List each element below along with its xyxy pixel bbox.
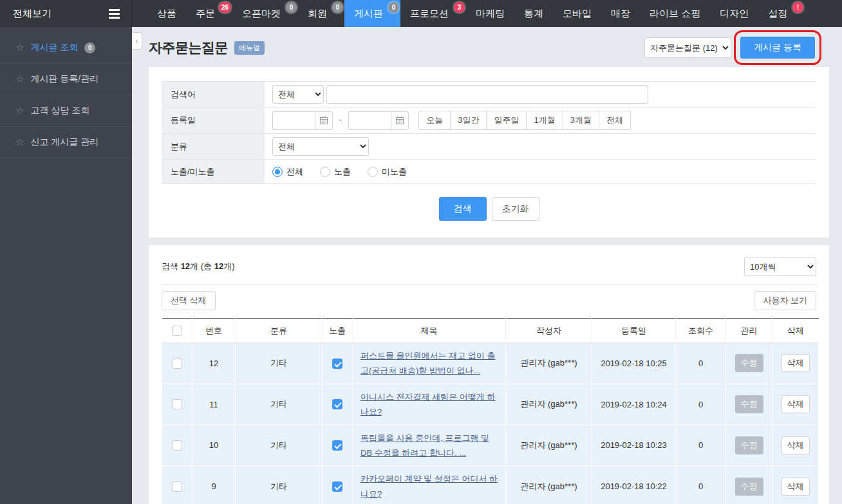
post-title-link[interactable]: 독립몰을 사용 중인데, 프로그램 및 DB 수정을 하려고 합니다. ... (360, 433, 489, 458)
nav-item-label: 오픈마켓 (242, 8, 281, 20)
nav-item-6[interactable]: 마케팅 (466, 0, 514, 27)
nav-item-label: 상품 (157, 8, 176, 20)
nav-item-label: 디자인 (720, 8, 749, 20)
edit-button[interactable]: 수정 (735, 354, 763, 372)
search-actions: 검색 초기화 (162, 197, 816, 221)
sidebar-item-1[interactable]: ☆게시판 등록/관리 (0, 64, 132, 95)
keyword-input[interactable] (326, 85, 648, 104)
sidebar-title: 전체보기 (13, 8, 51, 20)
nav-badge: 0 (332, 2, 343, 13)
date-quick-button-5[interactable]: 전체 (599, 111, 631, 130)
category-select[interactable]: 전체 (272, 137, 369, 156)
column-header-7: 관리 (726, 319, 772, 343)
radio-label: 전체 (286, 166, 303, 178)
date-to-calendar-button[interactable] (391, 111, 409, 130)
board-select[interactable]: 자주묻는질문 (12) (644, 37, 731, 58)
radio-button[interactable] (320, 167, 330, 177)
row-visibility-cell (323, 466, 353, 504)
row-checkbox[interactable] (172, 440, 182, 451)
register-post-button[interactable]: 게시글 등록 (740, 37, 815, 59)
date-range-separator: - (339, 115, 342, 124)
post-title-link[interactable]: 이니시스 전자결제 세팅은 어떻게 하나요? (360, 392, 495, 416)
date-quick-button-2[interactable]: 일주일 (486, 111, 527, 130)
nav-item-7[interactable]: 통계 (514, 0, 553, 27)
sidebar-item-0[interactable]: ☆게시글 조회0 (0, 32, 132, 64)
delete-selected-button[interactable]: 선택 삭제 (162, 291, 216, 310)
visibility-option-2[interactable]: 미노출 (368, 166, 407, 178)
visibility-label: 노출/미노출 (162, 160, 265, 184)
nav-item-3[interactable]: 회원0 (298, 0, 344, 27)
date-from-calendar-button[interactable] (315, 111, 333, 130)
row-checkbox[interactable] (172, 399, 182, 409)
row-select-cell (162, 343, 192, 384)
edit-button[interactable]: 수정 (735, 478, 763, 496)
nav-item-label: 마케팅 (476, 8, 505, 20)
nav-item-12[interactable]: 설정! (758, 0, 805, 27)
row-author-cell: 관리자 (gab***) (506, 384, 592, 425)
delete-button[interactable]: 삭제 (781, 354, 810, 372)
sidebar-item-2[interactable]: ☆고객 상담 조회 (0, 95, 132, 127)
row-checkbox[interactable] (172, 481, 182, 492)
row-title-cell: 이니시스 전자결제 세팅은 어떻게 하나요? (353, 384, 506, 425)
nav-item-5[interactable]: 프로모션3 (400, 0, 466, 27)
nav-item-0[interactable]: 상품 (147, 0, 186, 27)
date-to-input[interactable] (348, 111, 391, 130)
sidebar-item-3[interactable]: ☆신고 게시글 관리 (0, 127, 132, 158)
top-navigation: 전체보기 상품주문26오픈마켓0회원0게시판0프로모션3마케팅통계모바일매장라이… (0, 0, 842, 27)
results-toolbar: 선택 삭제 사용자 보기 (162, 284, 816, 317)
nav-item-1[interactable]: 주문26 (186, 0, 232, 27)
sidebar-item-label: 신고 게시글 관리 (30, 136, 98, 148)
select-all-checkbox[interactable] (172, 326, 182, 336)
keyword-type-select[interactable]: 전체 (272, 85, 324, 104)
visibility-checkbox[interactable] (332, 440, 342, 451)
date-quick-button-4[interactable]: 3개월 (563, 111, 599, 130)
search-button[interactable]: 검색 (439, 197, 487, 221)
column-header-6: 조회수 (676, 319, 726, 343)
hamburger-menu-icon[interactable] (108, 6, 121, 21)
search-keyword-row: 검색어 전체 (162, 82, 816, 107)
post-title-link[interactable]: 카카오페이 계약 및 설정은 어디서 하나요? (360, 474, 498, 498)
nav-item-8[interactable]: 모바일 (553, 0, 601, 27)
nav-item-4[interactable]: 게시판0 (344, 0, 400, 27)
visibility-checkbox[interactable] (332, 359, 342, 369)
row-checkbox[interactable] (172, 359, 182, 369)
star-icon: ☆ (15, 42, 24, 53)
delete-button[interactable]: 삭제 (781, 395, 810, 413)
date-quick-button-1[interactable]: 3일간 (450, 111, 487, 130)
date-quick-button-0[interactable]: 오늘 (418, 111, 451, 130)
nav-item-label: 게시판 (354, 8, 383, 20)
manual-badge[interactable]: 메뉴얼 (234, 41, 265, 55)
date-to-group (348, 111, 409, 130)
row-category-cell: 기타 (236, 384, 323, 425)
date-quick-button-3[interactable]: 1개월 (526, 111, 563, 130)
nav-item-label: 통계 (524, 8, 543, 20)
nav-badge: 3 (454, 2, 465, 13)
sidebar-header: 전체보기 (0, 0, 132, 27)
nav-item-11[interactable]: 디자인 (710, 0, 758, 27)
delete-button[interactable]: 삭제 (781, 478, 810, 496)
results-panel: 검색 12개 (총 12개) 10개씩 선택 삭제 사용자 보기 번호분류노출제… (149, 245, 829, 504)
nav-item-2[interactable]: 오픈마켓0 (232, 0, 298, 27)
row-author-cell: 관리자 (gab***) (506, 466, 592, 504)
nav-item-10[interactable]: 라이브 쇼핑 (640, 0, 710, 27)
visibility-checkbox[interactable] (332, 481, 342, 492)
visibility-option-0[interactable]: 전체 (272, 166, 303, 178)
visibility-checkbox[interactable] (332, 399, 342, 409)
delete-button[interactable]: 삭제 (781, 436, 810, 454)
radio-button[interactable] (368, 167, 378, 177)
search-form: 검색어 전체 등록일 (162, 81, 816, 184)
visibility-option-1[interactable]: 노출 (320, 166, 351, 178)
sidebar-collapse-button[interactable]: ‹ (132, 32, 142, 50)
star-icon: ☆ (15, 73, 24, 85)
nav-item-9[interactable]: 매장 (601, 0, 640, 27)
post-title-link[interactable]: 퍼스트몰 올인원에서는 재고 없이 출고(공급처 배송)할 방법이 없나... (360, 351, 495, 375)
user-view-button[interactable]: 사용자 보기 (754, 291, 816, 310)
edit-button[interactable]: 수정 (735, 436, 763, 454)
reset-button[interactable]: 초기화 (492, 197, 539, 221)
per-page-select[interactable]: 10개씩 (744, 257, 816, 276)
date-from-input[interactable] (272, 111, 315, 130)
radio-button[interactable] (272, 167, 283, 177)
edit-button[interactable]: 수정 (735, 395, 763, 413)
row-visibility-cell (323, 384, 353, 425)
row-category-cell: 기타 (236, 343, 323, 384)
